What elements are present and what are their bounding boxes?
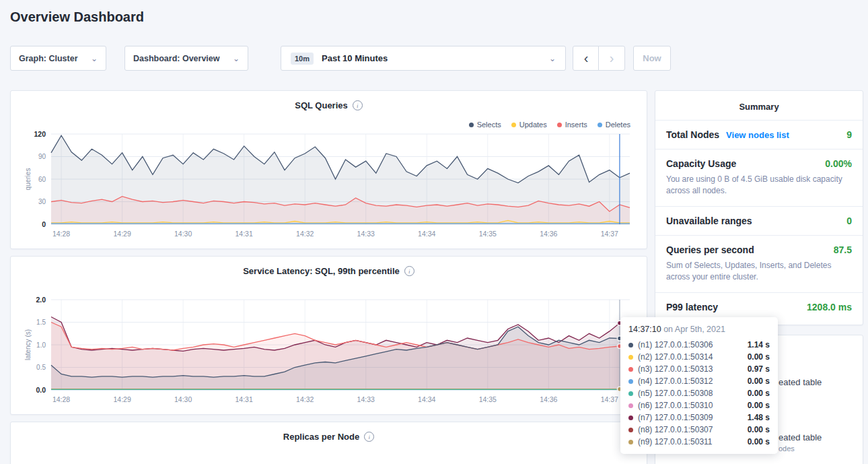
chart-header: SQL Queries i: [11, 91, 647, 110]
chart-title: SQL Queries: [295, 100, 348, 110]
info-icon[interactable]: i: [364, 432, 374, 442]
event-text-fragment: eated table: [779, 432, 822, 442]
capacity-note: You are using 0 B of 4.5 GiB usable disk…: [666, 174, 852, 197]
svg-text:14:34: 14:34: [418, 395, 435, 403]
svg-text:14:32: 14:32: [296, 230, 314, 238]
qps-note: Sum of Selects, Updates, Inserts, and De…: [666, 260, 852, 284]
svg-text:60: 60: [38, 176, 46, 183]
node-latency-value: 0.00 s: [748, 376, 770, 386]
event-text-fragment: eated table: [779, 377, 822, 387]
node-address: (n8) 127.0.0.1:50307: [638, 425, 713, 434]
node-address: (n2) 127.0.0.1:50314: [638, 352, 713, 362]
qps-value: 87.5: [834, 244, 852, 255]
chevron-down-icon: ⌄: [233, 55, 240, 63]
chart-title: Service Latency: SQL, 99th percentile: [243, 266, 400, 276]
overview-dashboard-page: Overview Dashboard Graph: Cluster ⌄ Dash…: [0, 0, 868, 464]
tooltip-node-row: (n9) 127.0.0.1:503110.00 s: [628, 436, 770, 448]
svg-text:90: 90: [38, 153, 46, 160]
now-button[interactable]: Now: [633, 46, 671, 71]
time-next-button[interactable]: ›: [598, 46, 625, 71]
service-latency-panel: Service Latency: SQL, 99th percentile i …: [10, 256, 647, 415]
qps-label: Queries per second: [666, 244, 754, 255]
node-color-dot: [628, 391, 633, 396]
node-latency-value: 0.97 s: [748, 364, 770, 374]
time-range-label: Past 10 Minutes: [322, 53, 388, 63]
graph-dropdown-label: Graph: Cluster: [19, 54, 78, 63]
node-color-dot: [628, 416, 633, 420]
svg-text:14:31: 14:31: [236, 395, 253, 403]
capacity-label: Capacity Usage: [666, 158, 736, 169]
dashboard-dropdown[interactable]: Dashboard: Overview ⌄: [124, 46, 248, 71]
tooltip-header: 14:37:10 on Apr 5th, 2021: [628, 325, 770, 339]
legend-dot: [469, 123, 474, 127]
time-range-picker[interactable]: 10m Past 10 Minutes ⌄: [281, 46, 566, 71]
svg-text:14:30: 14:30: [174, 395, 192, 403]
node-address: (n4) 127.0.0.1:50312: [638, 376, 713, 386]
graph-dropdown[interactable]: Graph: Cluster ⌄: [10, 46, 106, 71]
node-latency-value: 1.48 s: [748, 413, 770, 422]
legend-item-selects[interactable]: Selects: [469, 121, 501, 129]
tooltip-node-row: (n6) 127.0.0.1:503100.00 s: [628, 399, 770, 411]
info-icon[interactable]: i: [404, 266, 414, 276]
chart-header: Service Latency: SQL, 99th percentile i: [11, 257, 647, 276]
legend-dot: [598, 123, 602, 127]
svg-text:14:33: 14:33: [357, 395, 375, 403]
time-range-badge: 10m: [291, 53, 314, 65]
legend-item-updates[interactable]: Updates: [511, 121, 547, 129]
tooltip-node-row: (n1) 127.0.0.1:503061.14 s: [628, 339, 770, 351]
node-latency-value: 0.00 s: [748, 437, 770, 446]
tooltip-node-row: (n2) 127.0.0.1:503140.00 s: [628, 351, 770, 363]
chart-hover-tooltip: 14:37:10 on Apr 5th, 2021 (n1) 127.0.0.1…: [620, 317, 778, 454]
svg-text:14:28: 14:28: [52, 395, 70, 403]
svg-text:14:37: 14:37: [601, 230, 618, 238]
svg-text:0: 0: [42, 220, 46, 228]
service-latency-chart[interactable]: 14:2814:2914:3014:3114:3214:3314:3414:35…: [23, 296, 635, 406]
chevron-down-icon: ⌄: [549, 55, 556, 63]
summary-panel: Summary Total Nodes View nodes list 9 Ca…: [655, 90, 863, 325]
unavailable-ranges-value: 0: [846, 216, 852, 226]
svg-text:latency (s): latency (s): [24, 329, 32, 360]
svg-text:14:36: 14:36: [540, 230, 557, 238]
time-prev-button[interactable]: ‹: [573, 46, 600, 71]
replicas-per-node-panel: Replicas per Node i: [10, 422, 647, 464]
node-color-dot: [628, 367, 633, 372]
legend-item-inserts[interactable]: Inserts: [557, 121, 587, 129]
info-icon[interactable]: i: [353, 100, 363, 110]
view-nodes-list-link[interactable]: View nodes list: [726, 130, 789, 140]
total-nodes-label: Total Nodes: [666, 129, 719, 140]
svg-text:1.0: 1.0: [36, 341, 46, 349]
svg-text:queries: queries: [24, 168, 32, 191]
svg-text:14:34: 14:34: [418, 230, 435, 238]
node-latency-value: 0.00 s: [748, 389, 770, 398]
node-color-dot: [628, 403, 633, 408]
svg-text:14:33: 14:33: [357, 230, 375, 238]
svg-text:14:30: 14:30: [174, 230, 192, 238]
summary-title: Summary: [655, 91, 863, 120]
node-address: (n1) 127.0.0.1:50306: [638, 340, 713, 350]
svg-text:14:36: 14:36: [540, 395, 557, 403]
svg-text:0.0: 0.0: [36, 386, 46, 394]
page-title: Overview Dashboard: [10, 9, 144, 25]
tooltip-node-row: (n3) 127.0.0.1:503130.97 s: [628, 363, 770, 375]
chart-header: Replicas per Node i: [11, 422, 647, 442]
chart-title: Replicas per Node: [283, 432, 359, 442]
node-color-dot: [628, 440, 633, 444]
node-address: (n9) 127.0.0.1:50311: [638, 437, 713, 446]
tooltip-node-row: (n7) 127.0.0.1:503091.48 s: [628, 411, 770, 424]
sql-queries-chart[interactable]: 14:2814:2914:3014:3114:3214:3314:3414:35…: [23, 130, 635, 240]
svg-text:14:31: 14:31: [236, 230, 253, 238]
dashboard-dropdown-label: Dashboard: Overview: [133, 54, 220, 63]
capacity-value: 0.00%: [825, 158, 852, 169]
legend-item-deletes[interactable]: Deletes: [598, 121, 630, 129]
svg-text:14:29: 14:29: [113, 230, 131, 238]
svg-text:14:35: 14:35: [479, 395, 497, 403]
svg-text:14:28: 14:28: [52, 230, 70, 238]
node-address: (n6) 127.0.0.1:50310: [638, 401, 713, 410]
svg-text:0.5: 0.5: [36, 364, 46, 371]
legend-dot: [557, 123, 562, 127]
node-address: (n7) 127.0.0.1:50309: [638, 413, 713, 422]
summary-row-qps: Queries per second 87.5 Sum of Selects, …: [655, 235, 863, 292]
svg-text:1.5: 1.5: [36, 319, 46, 326]
total-nodes-value: 9: [846, 129, 852, 140]
p99-latency-label: P99 latency: [666, 302, 718, 312]
